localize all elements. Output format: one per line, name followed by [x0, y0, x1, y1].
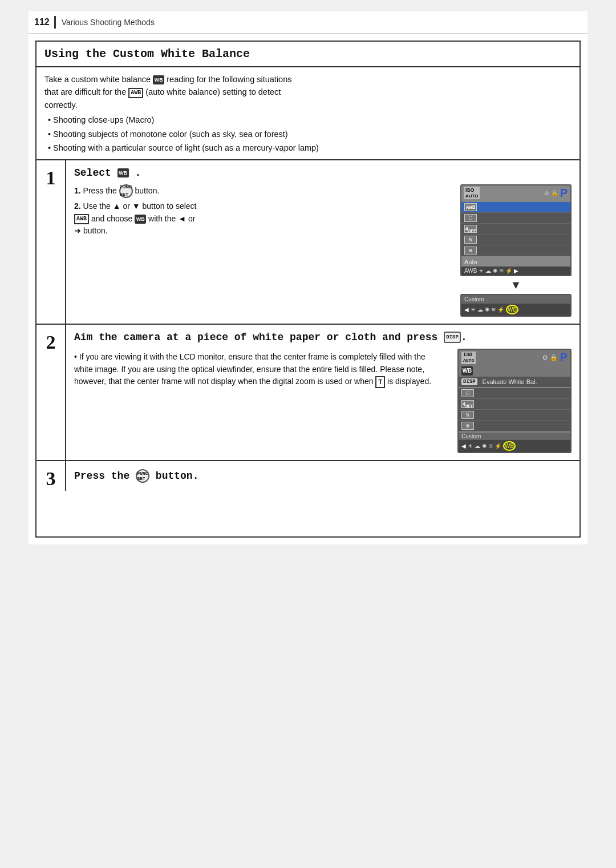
cam3-wb-icon: WB: [461, 366, 473, 376]
cam2-bottom-cloud: ☁: [477, 306, 483, 313]
step-2-screen: ISOAUTO ⊙ 🔒 P WB: [457, 349, 572, 453]
cam1-menu-half: ½: [461, 235, 570, 245]
cam3-4off-icon: 4OFF: [461, 400, 474, 408]
step-1-title: Select WB .: [74, 167, 572, 179]
step2-disp-icon: DISP: [444, 332, 461, 343]
step-3-title: Press the FUNCSET button.: [74, 469, 198, 483]
cam3-circle-icon: ⊙: [461, 422, 474, 430]
cam1-menu-square: □: [461, 213, 570, 224]
cam3-disp-row: DISP Evaluate White Bal.: [459, 377, 570, 387]
cam1-bottom-awb: AWB: [464, 268, 477, 274]
cam3-top: ISOAUTO ⊙ 🔒 P: [459, 350, 570, 365]
cam2-bottom-sun: ☀: [471, 306, 476, 313]
cam3-disp-badge: DISP: [461, 378, 477, 385]
cam3-menu-list: □ 4OFF ½ ⊙: [459, 388, 570, 431]
bullet-item: Shooting with a particular source of lig…: [48, 142, 572, 154]
step-2-text: If you are viewing it with the LCD monit…: [74, 349, 443, 388]
step-1-row: 1 Select WB . 1. Press the FUNCSET butto…: [37, 159, 579, 324]
intro-bullet-list: Shooting close-ups (Macro) Shooting subj…: [44, 114, 572, 154]
cam1-menu-awb: AWB: [461, 202, 570, 213]
cam3-wb-row: WB: [459, 365, 570, 377]
awb-icon: AWB: [128, 88, 143, 98]
cam1-menu-4off: 4OFF: [461, 224, 570, 235]
page-header: 112 Various Shooting Methods: [29, 11, 587, 34]
cam3-bottom-sun: ☀: [468, 443, 473, 449]
step-3-number-col: 3: [37, 461, 66, 491]
cam1-iso: ISOAUTO: [464, 187, 480, 199]
cam1-awb-icon: AWB: [464, 203, 477, 211]
cam3-bottom-bar: ◀ ☀ ☁ ✺ ≋ ⚡ WB: [459, 440, 570, 452]
bullet-item: Shooting subjects of monotone color (suc…: [48, 128, 572, 140]
cam3-mode-p: P: [560, 351, 568, 364]
step-1-number: 1: [46, 168, 56, 188]
cam1-4off-icon: 4OFF: [464, 225, 477, 233]
cam1-bottom-bar: AWB ☀ ☁ ✺ ≋ ⚡ ▶: [461, 267, 570, 275]
cam3-custom-label: Custom: [459, 433, 570, 440]
awb-icon-step1: AWB: [74, 214, 89, 224]
cam1-square-icon: □: [464, 214, 477, 222]
page-header-title: Various Shooting Methods: [62, 18, 155, 27]
page-number: 112: [34, 17, 50, 27]
cam3-bottom-bulb: ✺: [482, 443, 487, 449]
cam2-arrow-left: ◀: [464, 306, 469, 313]
cam1-auto-label: Auto: [461, 257, 570, 267]
cam3-bottom-fluor: ≋: [488, 443, 493, 449]
step-3-number: 3: [46, 469, 56, 488]
cam1-circle-icon: ⊙: [464, 247, 477, 255]
cam1-bottom-sun: ☀: [479, 268, 484, 274]
step-2-row: 2 Aim the camera at a piece of white pap…: [37, 324, 579, 460]
cam3-menu-4off: 4OFF: [459, 399, 570, 410]
cam1-menu-circle: ⊙: [461, 245, 570, 256]
cam1-timer-icon: ⊙: [544, 190, 549, 196]
cam2-bottom-bulb: ✺: [485, 306, 489, 313]
step1-wb-icon: WB: [117, 168, 129, 177]
cam3-bottom-flash: ⚡: [495, 443, 501, 449]
step-3-row: 3 Press the FUNCSET button.: [37, 460, 579, 491]
cam2-custom-label: Custom: [461, 295, 570, 304]
cam3-square-icon: □: [461, 389, 474, 397]
cam1-top-bar: ISOAUTO ⊙ 🔒 P: [461, 185, 570, 201]
screen-arrow: ▼: [510, 278, 522, 292]
page-wrapper: 112 Various Shooting Methods Using the C…: [29, 11, 587, 544]
wb-icon-step1: WB: [135, 215, 146, 224]
intro-text: Take a custom white balance WB reading f…: [37, 67, 579, 159]
t-icon: T: [375, 376, 385, 388]
step-1-number-col: 1: [37, 160, 66, 324]
cam3-lock: 🔒: [550, 354, 558, 361]
step-1-instructions: 1. Press the FUNCSET button. 2. Use the …: [74, 184, 451, 237]
footer-space: [37, 491, 579, 536]
cam1-right-icons: ⊙ 🔒 P: [544, 187, 568, 200]
cam3-half-icon: ½: [461, 411, 474, 419]
step-1-screens: ISOAUTO ⊙ 🔒 P AWB: [460, 184, 572, 317]
step-1-body: 1. Press the FUNCSET button. 2. Use the …: [74, 184, 572, 317]
cam1-bottom-fluor: ≋: [499, 268, 504, 274]
step-1-instruction-2: 2. Use the ▲ or ▼ button to select AWB a…: [74, 200, 451, 237]
step-1-text: 1. Press the FUNCSET button. 2. Use the …: [74, 184, 451, 240]
step-2-number: 2: [46, 333, 56, 352]
bullet-item: Shooting close-ups (Macro): [48, 114, 572, 126]
step-3-content: Press the FUNCSET button.: [66, 461, 206, 491]
cam2-bottom-wb-selected: WB: [506, 305, 518, 314]
wb-icon: WB: [153, 75, 164, 84]
cam2-bottom-flash: ⚡: [497, 306, 504, 313]
cam1-lock-icon: 🔒: [551, 190, 558, 196]
step-1-screen2: Custom ◀ ☀ ☁ ✺ ≋ ⚡ WB: [460, 294, 572, 317]
cam1-bottom-cloud: ☁: [485, 268, 491, 274]
cam3-iso: ISOAUTO: [461, 352, 476, 364]
cam1-arrow-right: ▶: [514, 268, 518, 274]
cam3-bottom-cloud: ☁: [475, 443, 480, 449]
cam1-half-icon: ½: [464, 236, 477, 244]
cam3-right: ⊙ 🔒 P: [542, 351, 568, 364]
cam3-disp-label: Evaluate White Bal.: [480, 378, 540, 386]
cam1-bottom-bulb: ✺: [493, 268, 497, 274]
step-2-bullet: If you are viewing it with the LCD monit…: [74, 351, 443, 388]
step-2-number-col: 2: [37, 325, 66, 460]
cam3-menu-circle: ⊙: [459, 421, 570, 431]
step-1-content: Select WB . 1. Press the FUNCSET button.: [66, 160, 579, 324]
cam1-bottom-flash: ⚡: [505, 268, 512, 274]
step-1-screen1: ISOAUTO ⊙ 🔒 P AWB: [460, 184, 572, 276]
section-title: Using the Custom White Balance: [37, 42, 579, 67]
step-2-title: Aim the camera at a piece of white paper…: [74, 332, 572, 343]
func-set-icon: FUNCSET: [119, 184, 133, 198]
cam3-menu-half: ½: [459, 410, 570, 421]
